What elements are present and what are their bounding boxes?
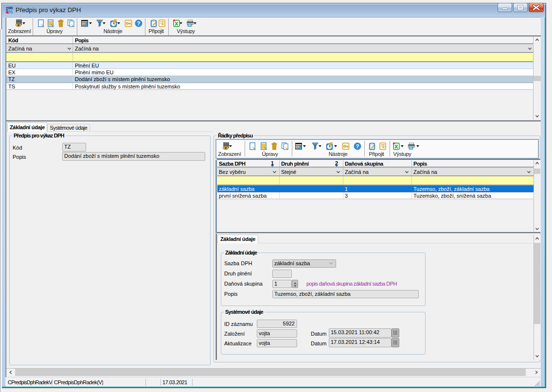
svg-text:?: ? [356,143,359,149]
svg-text:?: ? [137,20,140,26]
